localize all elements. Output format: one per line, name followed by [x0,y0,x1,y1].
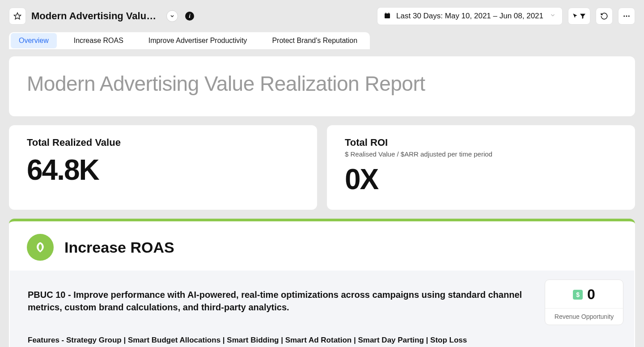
info-button[interactable]: i [185,12,194,21]
tabs: Overview Increase ROAS Improve Advertise… [0,29,644,49]
increase-roas-panel: Increase ROAS PBUC 10 - Improve performa… [9,219,635,347]
roas-features: Features - Strategy Group | Smart Budget… [28,336,616,345]
roas-heading: Increase ROAS [64,239,174,256]
hero-panel: Modern Advertising Value Realization Rep… [9,56,635,116]
metric-value: 0X [345,165,617,194]
revenue-opportunity-value: 0 [587,286,595,303]
roas-description: PBUC 10 - Improve performance with AI-po… [28,288,524,313]
metric-label: Total Realized Value [27,137,299,148]
cursor-icon [572,13,578,19]
svg-point-7 [628,16,630,17]
metric-label: Total ROI [345,137,617,148]
refresh-icon [600,12,608,20]
tab-protect-brand[interactable]: Protect Brand's Reputation [259,32,370,49]
dollar-icon: $ [573,290,583,300]
leaf-icon [32,239,49,256]
refresh-button[interactable] [596,8,613,25]
favorite-button[interactable] [9,8,26,25]
page-title: Modern Advertising Value Realizati... [31,10,161,22]
tab-increase-roas[interactable]: Increase ROAS [61,32,136,49]
filter-icon [579,13,586,20]
title-expand-button[interactable] [166,10,178,22]
star-icon [13,12,21,20]
date-range-picker[interactable]: Last 30 Days: May 10, 2021 – Jun 08, 202… [377,7,563,25]
metric-value: 64.8K [27,156,299,184]
svg-rect-2 [385,13,390,15]
date-range-label: Last 30 Days: May 10, 2021 – Jun 08, 202… [396,12,543,21]
tab-overview[interactable]: Overview [11,33,57,48]
svg-marker-0 [14,13,21,19]
tab-improve-productivity[interactable]: Improve Advertiser Productivity [136,32,260,49]
revenue-opportunity-label: Revenue Opportunity [545,308,623,325]
report-title: Modern Advertising Value Realization Rep… [27,72,617,96]
more-icon [623,12,631,20]
svg-point-6 [626,16,627,17]
info-icon: i [189,13,191,20]
roas-badge [27,234,54,261]
revenue-opportunity-card: $ 0 Revenue Opportunity [545,279,623,325]
metric-sublabel: $ Realised Value / $ARR adjusted per tim… [345,150,617,158]
chevron-down-icon [550,12,556,21]
metric-total-roi: Total ROI $ Realised Value / $ARR adjust… [327,125,635,210]
svg-point-5 [623,16,625,17]
calendar-icon [384,12,391,21]
metric-total-realized-value: Total Realized Value 64.8K [9,125,317,210]
more-button[interactable] [618,8,635,25]
filter-button[interactable] [568,8,590,25]
chevron-down-icon [169,13,175,19]
